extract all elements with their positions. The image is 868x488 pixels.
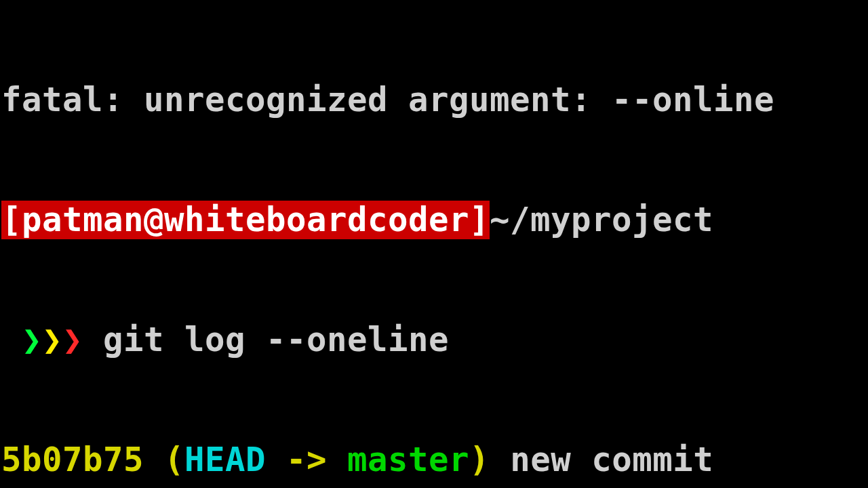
command-line-1: ❯❯❯ git log --oneline — [1, 320, 868, 360]
command-1: git log --oneline — [103, 321, 449, 359]
error-text: fatal: unrecognized argument: --online — [1, 81, 774, 119]
ref-close: ) — [469, 441, 490, 479]
commit-msg: new commit — [510, 441, 713, 479]
prompt-arrow-icon: ❯ — [62, 321, 83, 359]
branch-ref: master — [347, 441, 469, 479]
prompt-line-1: [patman@whiteboardcoder]~/myproject — [1, 200, 868, 240]
ref-arrow: -> — [266, 441, 347, 479]
ref-open: ( — [164, 441, 184, 479]
commit-hash: 5b07b75 — [1, 441, 144, 479]
cwd-path: ~/myproject — [490, 201, 713, 239]
prompt-arrow-icon: ❯ — [22, 321, 42, 359]
user-host: [patman@whiteboardcoder] — [1, 201, 490, 239]
prompt-arrow-icon: ❯ — [42, 321, 62, 359]
error-line: fatal: unrecognized argument: --online — [1, 80, 868, 120]
terminal-output[interactable]: fatal: unrecognized argument: --online [… — [0, 0, 868, 488]
log-entry: 5b07b75 (HEAD -> master) new commit — [1, 440, 868, 480]
head-ref: HEAD — [184, 441, 266, 479]
